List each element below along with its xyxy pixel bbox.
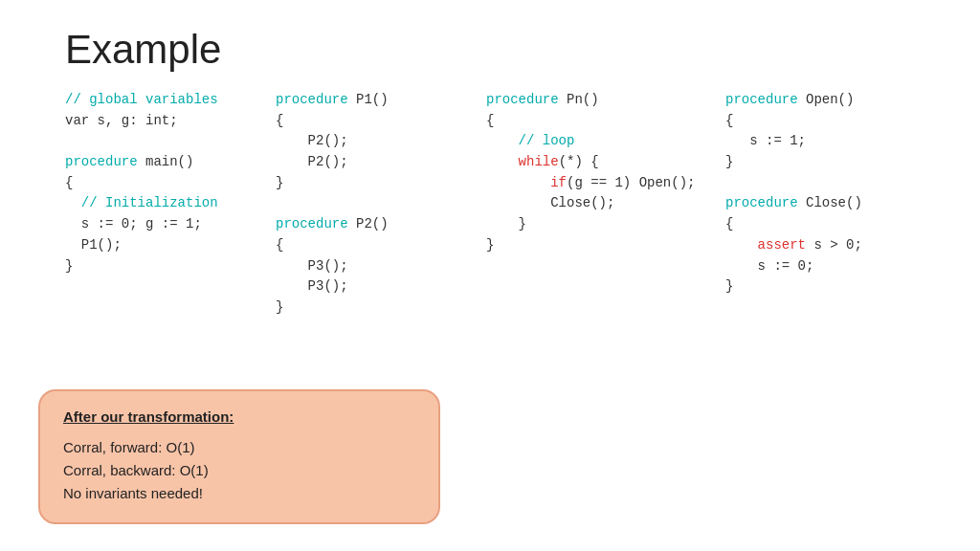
code-col-3: procedure Pn(){ // loop while(*) { if(g … [486,90,716,319]
code-line: P2(); [276,131,477,152]
code-line: } [486,214,716,235]
code-line: { [725,111,926,132]
info-box-line-1: Corral, forward: O(1) [63,436,412,459]
code-line: // loop [486,131,716,152]
info-box-title: After our transformation: [63,408,412,425]
code-col-4: procedure Open(){ s := 1;} procedure Clo… [725,90,926,319]
code-line: if(g == 1) Open(); [486,173,716,194]
code-line: { [65,173,266,194]
code-line: } [725,276,926,298]
code-line: P1(); [65,235,266,256]
code-line: { [486,111,716,132]
code-line: procedure Close() [725,193,926,214]
code-line: P2(); [276,152,477,173]
code-line: { [276,111,477,132]
code-line [276,193,477,214]
code-line: P3(); [276,256,477,277]
code-line: s := 0; [725,256,926,277]
code-col-1: // global variablesvar s, g: int; proced… [65,90,266,319]
code-line: P3(); [276,276,477,298]
info-box: After our transformation: Corral, forwar… [38,389,440,524]
code-line: procedure Open() [725,90,926,111]
page-title: Example [65,27,980,73]
code-line: procedure Pn() [486,90,716,111]
code-line: } [276,298,477,319]
code-line: s := 0; g := 1; [65,214,266,235]
code-line: Close(); [486,193,716,214]
code-line [725,173,926,194]
code-line: while(*) { [486,152,716,173]
code-line: s := 1; [725,131,926,152]
code-line: { [276,235,477,256]
code-area: // global variablesvar s, g: int; proced… [65,90,980,319]
code-line: { [725,214,926,235]
info-box-line-2: Corral, backward: O(1) [63,459,412,482]
code-line: procedure main() [65,152,266,173]
code-line [65,131,266,152]
code-line: assert s > 0; [725,235,926,256]
code-line: procedure P2() [276,214,477,235]
code-line: // global variables [65,90,266,111]
code-col-2: procedure P1(){ P2(); P2();} procedure P… [276,90,477,319]
code-line: var s, g: int; [65,111,266,132]
code-line: } [725,152,926,173]
code-line: } [486,235,716,256]
code-line: procedure P1() [276,90,477,111]
info-box-line-3: No invariants needed! [63,482,412,505]
code-line: } [65,256,266,277]
code-line: // Initialization [65,193,266,214]
code-line: } [276,173,477,194]
